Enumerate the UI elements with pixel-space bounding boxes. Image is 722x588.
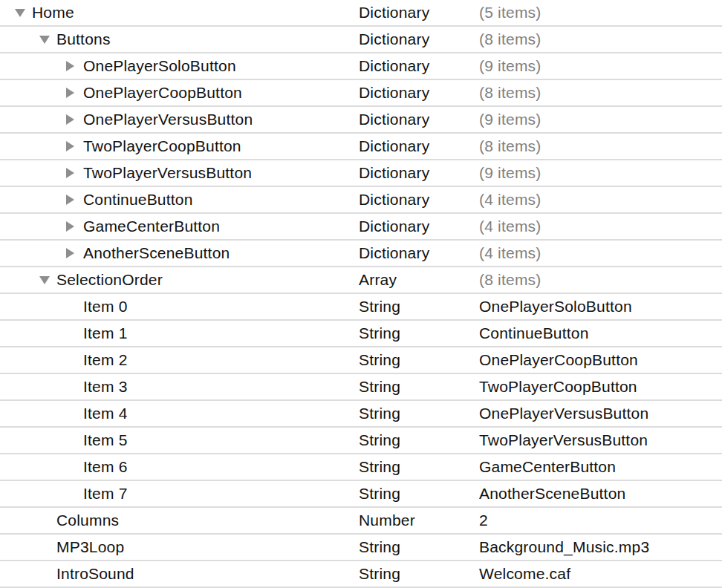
key-cell[interactable]: TwoPlayerCoopButton — [0, 134, 359, 159]
key-cell[interactable]: Buttons — [0, 27, 359, 52]
plist-row[interactable]: Home Dictionary (5 items) — [0, 0, 722, 27]
value-cell[interactable]: ContinueButton — [479, 321, 722, 346]
value-cell[interactable]: (8 items) — [479, 267, 722, 293]
type-cell[interactable]: Dictionary — [359, 134, 479, 159]
disclosure-triangle-collapsed-icon[interactable] — [66, 107, 83, 132]
plist-row[interactable]: Columns Number 2 — [0, 508, 722, 535]
type-cell[interactable]: String — [359, 561, 479, 587]
type-cell[interactable]: Dictionary — [359, 241, 479, 266]
value-cell[interactable]: (9 items) — [479, 160, 722, 186]
plist-row[interactable]: Buttons Dictionary (8 items) — [0, 27, 722, 53]
value-cell[interactable]: TwoPlayerVersusButton — [479, 428, 722, 453]
key-cell[interactable]: AnotherSceneButton — [0, 241, 359, 266]
plist-row[interactable]: Item 3 String TwoPlayerCoopButton — [0, 374, 722, 401]
type-cell[interactable]: String — [359, 347, 479, 373]
value-cell[interactable]: GameCenterButton — [479, 454, 722, 480]
key-cell[interactable]: Item 5 — [0, 428, 359, 453]
key-cell[interactable]: Item 0 — [0, 294, 359, 319]
type-cell[interactable]: Dictionary — [359, 53, 479, 79]
key-label: Item 1 — [83, 324, 128, 342]
value-cell[interactable]: TwoPlayerCoopButton — [479, 374, 722, 399]
type-cell[interactable]: Dictionary — [359, 0, 479, 25]
type-cell[interactable]: Dictionary — [359, 214, 479, 239]
key-cell[interactable]: OnePlayerVersusButton — [0, 107, 359, 132]
value-cell[interactable]: (9 items) — [479, 53, 722, 79]
plist-row[interactable]: OnePlayerSoloButton Dictionary (9 items) — [0, 53, 722, 80]
value-cell[interactable]: AnotherSceneButton — [479, 481, 722, 506]
value-cell[interactable]: Background_Music.mp3 — [479, 535, 722, 560]
value-cell[interactable]: OnePlayerVersusButton — [479, 401, 722, 426]
type-cell[interactable]: Dictionary — [359, 107, 479, 132]
value-cell[interactable]: Welcome.caf — [479, 561, 722, 587]
plist-row[interactable]: Item 4 String OnePlayerVersusButton — [0, 401, 722, 428]
type-cell[interactable]: String — [359, 454, 479, 480]
plist-row[interactable]: OnePlayerCoopButton Dictionary (8 items) — [0, 80, 722, 107]
plist-row[interactable]: SelectionOrder Array (8 items) — [0, 267, 722, 294]
type-cell[interactable]: Dictionary — [359, 27, 479, 52]
key-cell[interactable]: OnePlayerCoopButton — [0, 80, 359, 105]
type-cell[interactable]: String — [359, 401, 479, 426]
plist-row[interactable]: AnotherSceneButton Dictionary (4 items) — [0, 241, 722, 267]
disclosure-triangle-expanded-icon[interactable] — [15, 0, 32, 25]
plist-row[interactable]: Item 1 String ContinueButton — [0, 321, 722, 347]
value-cell[interactable]: 2 — [479, 508, 722, 533]
plist-row[interactable]: TwoPlayerVersusButton Dictionary (9 item… — [0, 160, 722, 187]
type-cell[interactable]: String — [359, 535, 479, 560]
value-cell[interactable]: (4 items) — [479, 241, 722, 266]
type-cell[interactable]: String — [359, 374, 479, 399]
key-cell[interactable]: ContinueButton — [0, 187, 359, 212]
key-cell[interactable]: OnePlayerSoloButton — [0, 53, 359, 79]
key-cell[interactable]: Item 3 — [0, 374, 359, 399]
type-cell[interactable]: String — [359, 481, 479, 506]
key-cell[interactable]: Item 2 — [0, 347, 359, 373]
key-cell[interactable]: Item 1 — [0, 321, 359, 346]
disclosure-triangle-collapsed-icon[interactable] — [66, 241, 83, 266]
value-cell[interactable]: (4 items) — [479, 214, 722, 239]
key-cell[interactable]: GameCenterButton — [0, 214, 359, 239]
plist-row[interactable]: TwoPlayerCoopButton Dictionary (8 items) — [0, 134, 722, 160]
value-cell[interactable]: (8 items) — [479, 27, 722, 52]
key-cell[interactable]: TwoPlayerVersusButton — [0, 160, 359, 186]
plist-row[interactable]: GameCenterButton Dictionary (4 items) — [0, 214, 722, 241]
key-cell[interactable]: MP3Loop — [0, 535, 359, 560]
type-cell[interactable]: Dictionary — [359, 80, 479, 105]
value-cell[interactable]: (8 items) — [479, 134, 722, 159]
type-cell[interactable]: Array — [359, 267, 479, 293]
plist-row[interactable]: IntroSound String Welcome.caf — [0, 561, 722, 588]
disclosure-triangle-collapsed-icon[interactable] — [66, 80, 83, 105]
plist-row[interactable]: OnePlayerVersusButton Dictionary (9 item… — [0, 107, 722, 134]
key-cell[interactable]: Item 6 — [0, 454, 359, 480]
key-cell[interactable]: Item 7 — [0, 481, 359, 506]
key-cell[interactable]: Columns — [0, 508, 359, 533]
plist-row[interactable]: Item 7 String AnotherSceneButton — [0, 481, 722, 508]
key-cell[interactable]: Item 4 — [0, 401, 359, 426]
disclosure-triangle-expanded-icon[interactable] — [39, 267, 56, 293]
value-cell[interactable]: OnePlayerCoopButton — [479, 347, 722, 373]
plist-row[interactable]: Item 5 String TwoPlayerVersusButton — [0, 428, 722, 454]
plist-row[interactable]: ContinueButton Dictionary (4 items) — [0, 187, 722, 214]
disclosure-triangle-collapsed-icon[interactable] — [66, 53, 83, 79]
type-cell[interactable]: Number — [359, 508, 479, 533]
value-cell[interactable]: OnePlayerSoloButton — [479, 294, 722, 319]
disclosure-triangle-collapsed-icon[interactable] — [66, 187, 83, 212]
type-cell[interactable]: Dictionary — [359, 187, 479, 212]
type-cell[interactable]: String — [359, 428, 479, 453]
plist-row[interactable]: Item 0 String OnePlayerSoloButton — [0, 294, 722, 321]
value-cell[interactable]: (4 items) — [479, 187, 722, 212]
plist-row[interactable]: Item 2 String OnePlayerCoopButton — [0, 347, 722, 374]
key-cell[interactable]: IntroSound — [0, 561, 359, 587]
value-cell[interactable]: (5 items) — [479, 0, 722, 25]
plist-row[interactable]: Item 6 String GameCenterButton — [0, 454, 722, 481]
value-cell[interactable]: (9 items) — [479, 107, 722, 132]
key-cell[interactable]: SelectionOrder — [0, 267, 359, 293]
type-cell[interactable]: Dictionary — [359, 160, 479, 186]
disclosure-triangle-expanded-icon[interactable] — [39, 27, 56, 52]
type-cell[interactable]: String — [359, 294, 479, 319]
plist-row[interactable]: MP3Loop String Background_Music.mp3 — [0, 535, 722, 561]
value-cell[interactable]: (8 items) — [479, 80, 722, 105]
disclosure-triangle-collapsed-icon[interactable] — [66, 214, 83, 239]
type-cell[interactable]: String — [359, 321, 479, 346]
disclosure-triangle-collapsed-icon[interactable] — [66, 160, 83, 186]
key-cell[interactable]: Home — [0, 0, 359, 25]
disclosure-triangle-collapsed-icon[interactable] — [66, 134, 83, 159]
